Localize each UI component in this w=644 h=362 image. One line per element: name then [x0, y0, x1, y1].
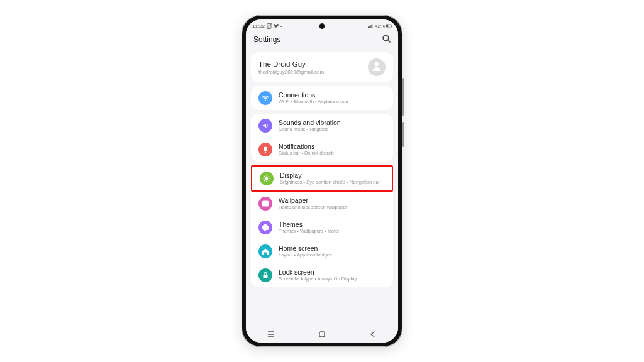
settings-group: Sounds and vibration Sound mode • Ringto… — [251, 114, 393, 162]
search-button[interactable] — [382, 34, 391, 45]
wifi-icon — [258, 91, 272, 105]
settings-item-wallpaper[interactable]: Wallpaper Home and lock screen wallpaper — [251, 192, 393, 216]
bell-icon — [258, 143, 272, 156]
item-subtitle: Brightness • Eye comfort shield • Naviga… — [280, 180, 380, 185]
clock: 11:22 — [252, 23, 265, 29]
account-email: thedroidguy2019@gmail.com — [258, 69, 324, 75]
settings-item-home[interactable]: Home screen Layout • App icon badges — [251, 239, 393, 263]
navigation-bar — [246, 327, 398, 343]
palette-icon — [258, 221, 272, 234]
home-icon — [258, 244, 272, 258]
item-title: Lock screen — [279, 268, 357, 276]
back-icon — [369, 331, 377, 340]
account-name: The Droid Guy — [258, 60, 324, 68]
settings-item-themes[interactable]: Themes Themes • Wallpapers • Icons — [251, 216, 393, 239]
front-camera — [319, 23, 325, 29]
side-button — [402, 78, 404, 116]
dot-icon: • — [280, 23, 282, 29]
side-button — [402, 122, 404, 147]
lock-icon — [258, 268, 272, 282]
home-nav-icon — [318, 331, 326, 340]
page-header: Settings — [246, 31, 398, 48]
avatar — [368, 58, 386, 76]
account-card[interactable]: The Droid Guy thedroidguy2019@gmail.com — [251, 52, 393, 82]
settings-group: Display Brightness • Eye comfort shield … — [251, 165, 393, 287]
recents-icon — [267, 331, 275, 340]
item-title: Notifications — [279, 143, 334, 150]
item-subtitle: Status bar • Do not disturb — [279, 151, 334, 156]
settings-item-notifications[interactable]: Notifications Status bar • Do not distur… — [251, 138, 393, 162]
item-subtitle: Wi-Fi • Bluetooth • Airplane mode — [279, 99, 348, 105]
nav-home-button[interactable] — [318, 331, 326, 340]
battery-indicator: 42% — [375, 23, 392, 29]
search-icon — [382, 34, 391, 45]
phone-frame: 11:22 • 42% Settings — [242, 15, 402, 347]
item-title: Wallpaper — [279, 197, 347, 204]
screen: 11:22 • 42% Settings — [246, 19, 398, 343]
page-title: Settings — [253, 35, 280, 44]
settings-list: The Droid Guy thedroidguy2019@gmail.com … — [246, 48, 398, 327]
item-subtitle: Layout • App icon badges — [279, 253, 332, 258]
settings-item-sounds[interactable]: Sounds and vibration Sound mode • Ringto… — [251, 114, 393, 138]
item-title: Connections — [279, 91, 348, 99]
image-icon — [258, 197, 272, 211]
person-icon — [371, 60, 382, 74]
no-sim-icon — [267, 23, 272, 28]
item-subtitle: Sound mode • Ringtone — [279, 127, 341, 133]
volume-icon — [258, 119, 272, 133]
item-subtitle: Themes • Wallpapers • Icons — [279, 229, 339, 234]
nav-back-button[interactable] — [369, 331, 377, 340]
item-subtitle: Home and lock screen wallpaper — [279, 205, 347, 211]
item-title: Display — [280, 172, 380, 179]
item-title: Themes — [279, 221, 339, 228]
settings-group: Connections Wi-Fi • Bluetooth • Airplane… — [251, 86, 393, 110]
item-title: Home screen — [279, 244, 332, 252]
signal-icon — [368, 23, 373, 28]
battery-pct: 42% — [375, 23, 385, 29]
item-title: Sounds and vibration — [279, 119, 341, 126]
bird-icon — [274, 23, 279, 28]
settings-item-display[interactable]: Display Brightness • Eye comfort shield … — [251, 165, 393, 192]
nav-recents-button[interactable] — [267, 331, 275, 340]
settings-item-lock[interactable]: Lock screen Screen lock type • Always On… — [251, 263, 393, 287]
item-subtitle: Screen lock type • Always On Display — [279, 277, 357, 282]
sun-icon — [260, 172, 274, 185]
settings-item-connections[interactable]: Connections Wi-Fi • Bluetooth • Airplane… — [251, 86, 393, 110]
